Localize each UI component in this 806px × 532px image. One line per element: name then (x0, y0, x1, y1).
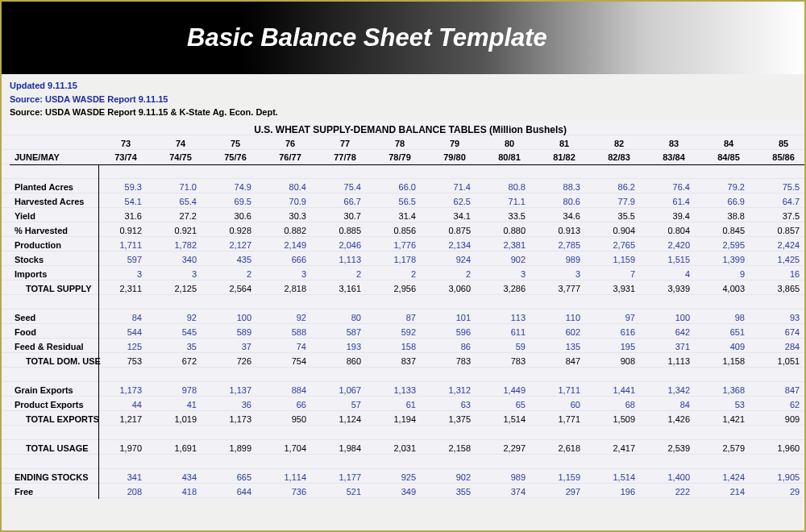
cell: 1,711 (98, 238, 153, 252)
cell: 61.4 (646, 194, 701, 209)
cell: 35 (153, 339, 208, 354)
season-col: 84/85 (701, 151, 756, 165)
cell: 611 (482, 325, 537, 339)
cell: 589 (208, 325, 263, 339)
year-col: 73 (98, 136, 153, 151)
cell: 34.6 (537, 209, 592, 223)
balance-table: U.S. WHEAT SUPPLY-DEMAND BALANCE TABLES … (10, 121, 806, 499)
cell: 665 (208, 470, 263, 484)
cell: 27.2 (153, 209, 208, 223)
cell: 1,368 (701, 383, 756, 397)
meta-source2: Source: USDA WASDE Report 9.11.15 & K-St… (10, 106, 796, 119)
cell: 16 (756, 267, 806, 281)
cell: 2,381 (482, 238, 537, 252)
cell: 74.9 (208, 180, 263, 194)
cell: 925 (372, 470, 427, 484)
cell: 2,539 (646, 441, 701, 455)
cell: 0.913 (537, 223, 592, 238)
row-label: Planted Acres (10, 180, 98, 194)
cell: 2,311 (98, 281, 153, 296)
cell: 0.857 (756, 223, 806, 238)
cell: 544 (98, 325, 153, 339)
cell: 195 (592, 339, 646, 354)
cell: 31.4 (372, 209, 427, 223)
cell: 64.7 (756, 194, 806, 209)
page-title: Basic Balance Sheet Template (187, 23, 547, 52)
cell: 92 (263, 310, 318, 325)
cell: 77.9 (592, 194, 646, 209)
cell: 340 (153, 252, 208, 267)
cell: 29 (756, 484, 806, 499)
cell: 158 (372, 339, 427, 354)
row-label: % Harvested (10, 223, 98, 238)
cell: 3,865 (756, 281, 806, 296)
cell: 837 (372, 354, 427, 368)
cell: 98 (701, 310, 756, 325)
cell: 33.5 (482, 209, 537, 223)
cell: 642 (646, 325, 701, 339)
cell: 860 (318, 354, 372, 368)
cell: 674 (756, 325, 806, 339)
cell: 284 (756, 339, 806, 354)
cell: 54.1 (98, 194, 153, 209)
row-label: TOTAL EXPORTS (10, 412, 98, 426)
cell: 0.912 (98, 223, 153, 238)
spacer (10, 455, 98, 470)
cell: 1,691 (153, 441, 208, 455)
cell: 59.3 (98, 180, 153, 194)
cell: 0.875 (427, 223, 482, 238)
cell: 3,161 (318, 281, 372, 296)
cell: 2,158 (427, 441, 482, 455)
cell: 1,425 (756, 252, 806, 267)
cell: 1,158 (701, 354, 756, 368)
cell: 909 (756, 412, 806, 426)
cell: 521 (318, 484, 372, 499)
cell: 1,771 (537, 412, 592, 426)
spacer (10, 296, 98, 310)
row-label: Imports (10, 267, 98, 281)
cell: 978 (153, 383, 208, 397)
row-label: Food (10, 325, 98, 339)
cell: 1,776 (372, 238, 427, 252)
cell: 80 (318, 310, 372, 325)
cell: 1,514 (482, 412, 537, 426)
cell: 371 (646, 339, 701, 354)
year-col: 82 (592, 136, 646, 151)
cell: 71.1 (482, 194, 537, 209)
cell: 36 (208, 397, 263, 412)
meta-source1: Source: USDA WASDE Report 9.11.15 (10, 93, 796, 106)
cell: 2,956 (372, 281, 427, 296)
season-col: 81/82 (537, 151, 592, 165)
cell: 87 (372, 310, 427, 325)
cell: 4 (646, 267, 701, 281)
cell: 596 (427, 325, 482, 339)
cell: 66.9 (701, 194, 756, 209)
cell: 1,509 (592, 412, 646, 426)
cell: 1,515 (646, 252, 701, 267)
season-col: 82/83 (592, 151, 646, 165)
season-col: 85/86 (756, 151, 806, 165)
cell: 66 (263, 397, 318, 412)
cell: 1,113 (646, 354, 701, 368)
cell: 57 (318, 397, 372, 412)
cell: 1,375 (427, 412, 482, 426)
cell: 1,399 (701, 252, 756, 267)
cell: 374 (482, 484, 537, 499)
cell: 1,441 (592, 383, 646, 397)
cell: 1,113 (318, 252, 372, 267)
cell: 545 (153, 325, 208, 339)
cell: 39.4 (646, 209, 701, 223)
cell: 0.921 (153, 223, 208, 238)
cell: 587 (318, 325, 372, 339)
cell: 80.8 (482, 180, 537, 194)
header-empty (10, 136, 98, 151)
cell: 70.9 (263, 194, 318, 209)
cell: 34.1 (427, 209, 482, 223)
cell: 2,125 (153, 281, 208, 296)
cell: 2 (318, 267, 372, 281)
cell: 76.4 (646, 180, 701, 194)
cell: 63 (427, 397, 482, 412)
cell: 110 (537, 310, 592, 325)
cell: 2 (372, 267, 427, 281)
season-col: 78/79 (372, 151, 427, 165)
